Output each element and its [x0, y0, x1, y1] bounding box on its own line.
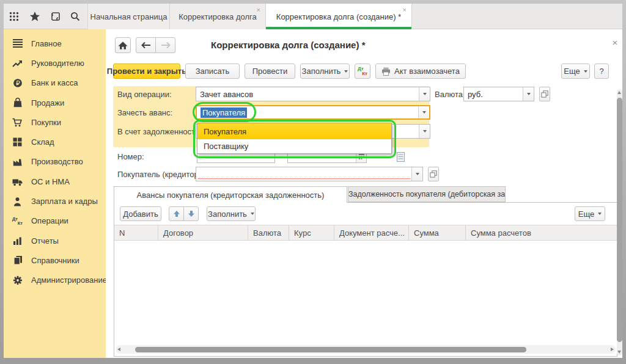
debt-label: В счет задолженности: [117, 124, 202, 139]
scroll-icon [50, 11, 61, 22]
required-field-underline [198, 178, 410, 179]
calendar-icon [359, 154, 364, 159]
horizontal-scrollbar[interactable] [116, 345, 616, 354]
form-close-icon[interactable]: × [609, 37, 620, 48]
sidebar-item-reports[interactable]: Отчеты [4, 231, 106, 250]
column-header-settlement-amount[interactable]: Сумма расчетов [466, 225, 617, 240]
sidebar-item-label: Продажи [31, 98, 64, 107]
dropdown-button[interactable] [411, 167, 422, 181]
column-header-rate[interactable]: Курс [289, 225, 334, 240]
home-button[interactable] [115, 37, 131, 53]
sidebar-item-main[interactable]: Главное [4, 34, 106, 53]
offset-act-button[interactable]: Акт взаимозачета [375, 64, 466, 79]
column-header-contract[interactable]: Договор [158, 225, 248, 240]
sidebar-item-label: Покупки [31, 118, 61, 127]
sidebar-item-label: Производство [31, 157, 83, 166]
home-icon [117, 41, 128, 50]
dtkt-postings-button[interactable]: Дт Кт [355, 64, 370, 79]
scroll-left-icon[interactable] [117, 348, 120, 351]
currency-select[interactable]: руб. [463, 87, 534, 101]
dropdown-button[interactable] [419, 125, 430, 138]
chevron-down-icon [527, 93, 531, 95]
tab-debt-adjustment[interactable]: Корректировка долга × [170, 4, 266, 29]
history-icon[interactable] [49, 10, 62, 23]
vertical-scrollbar-thumb[interactable] [617, 98, 622, 342]
advance-label: Зачесть аванс: [117, 105, 172, 120]
chevron-down-icon [423, 93, 427, 95]
sidebar-item-manager[interactable]: Руководителю [4, 53, 106, 73]
move-up-button[interactable] [169, 206, 184, 221]
add-row-button[interactable]: Добавить [120, 206, 161, 221]
dropdown-button[interactable] [523, 87, 534, 101]
fill-button[interactable]: Заполнить [300, 64, 350, 79]
search-icon[interactable] [68, 10, 82, 23]
tab-close-icon[interactable]: × [257, 7, 260, 13]
sidebar-item-payroll-hr[interactable]: Зарплата и кадры [4, 191, 106, 211]
person-icon [12, 196, 23, 206]
chevron-down-icon [251, 213, 254, 215]
sidebar-item-purchases[interactable]: Покупки [4, 112, 106, 132]
horizontal-scrollbar-thumb[interactable] [135, 347, 526, 352]
column-header-currency[interactable]: Валюта [248, 225, 289, 240]
help-button[interactable]: ? [594, 64, 609, 79]
menu-icon [12, 38, 23, 49]
tab-buyer-debt[interactable]: Задолженность покупателя (дебиторская за… [348, 186, 506, 202]
vertical-scrollbar[interactable] [617, 89, 622, 355]
buyer-creditor-label: Покупатель (кредитор): [117, 167, 204, 181]
open-link-icon [541, 90, 548, 98]
sidebar-item-operations[interactable]: ДтКт Операции [4, 211, 106, 231]
sidebar-item-sales[interactable]: Продажи [4, 93, 106, 112]
currency-open-button[interactable] [539, 87, 550, 101]
sidebar-item-label: Склад [31, 137, 54, 147]
table-fill-button[interactable]: Заполнить [207, 206, 256, 221]
tab-home[interactable]: Начальная страница [87, 4, 170, 29]
sidebar-item-administration[interactable]: Администрирование [4, 271, 106, 290]
advance-select[interactable]: Покупателя [196, 105, 430, 120]
dropdown-item-supplier[interactable]: Поставщику [197, 139, 391, 153]
column-header-n[interactable]: N [114, 225, 158, 240]
favorites-star-icon[interactable] [28, 10, 42, 23]
sidebar-item-production[interactable]: Производство [4, 152, 106, 172]
chevron-down-icon [598, 213, 602, 215]
star-icon [29, 10, 41, 23]
sidebar-item-catalogs[interactable]: Справочники [4, 250, 106, 270]
scroll-down-icon[interactable] [617, 351, 621, 354]
operation-kind-select[interactable]: Зачет авансов [196, 87, 430, 101]
dropdown-button[interactable] [419, 87, 430, 101]
grid-dots-icon [9, 11, 20, 22]
arrow-left-icon [141, 42, 151, 49]
move-down-button[interactable] [183, 206, 199, 221]
sidebar-item-label: Руководителю [31, 59, 84, 68]
dropdown-button[interactable] [418, 106, 429, 118]
buyer-open-button[interactable] [428, 167, 439, 181]
sidebar-item-fixed-assets[interactable]: ОС и НМА [4, 172, 106, 191]
bar-chart-icon [12, 236, 23, 246]
dropdown-item-buyer[interactable]: Покупателя [197, 123, 391, 139]
scroll-right-icon[interactable] [611, 348, 614, 351]
column-header-amount[interactable]: Сумма [409, 225, 466, 240]
save-button[interactable]: Записать [185, 64, 240, 79]
back-button[interactable] [136, 37, 156, 53]
sidebar-item-warehouse[interactable]: Склад [4, 132, 106, 151]
trend-icon [12, 58, 23, 68]
tab-close-icon[interactable]: × [403, 7, 407, 13]
shopping-cart-icon [12, 117, 23, 128]
sidebar-item-bank-cash[interactable]: Банк и касса [4, 73, 106, 93]
form-more-button[interactable]: Еще [561, 64, 590, 79]
column-header-settlement-doc[interactable]: Документ расче... [334, 225, 409, 240]
tab-debt-adjustment-new[interactable]: Корректировка долга (создание) * × [266, 4, 412, 29]
forward-button[interactable] [155, 37, 175, 53]
arrow-right-icon [161, 42, 171, 49]
main-menu-icon[interactable] [7, 10, 21, 23]
table-more-button[interactable]: Еще [575, 206, 605, 221]
page-title: Корректировка долга (создание) * [211, 40, 365, 50]
post-and-close-button[interactable]: Провести и закрыть [113, 64, 180, 79]
shopping-bag-icon [12, 98, 23, 108]
scroll-up-icon[interactable] [617, 91, 621, 94]
tab-buyer-advances[interactable]: Авансы покупателя (кредиторская задолжен… [114, 186, 347, 203]
buyer-creditor-select[interactable] [196, 167, 423, 181]
post-button[interactable]: Провести [245, 64, 295, 79]
screenshot-frame: Начальная страница Корректировка долга ×… [0, 0, 626, 364]
selected-text: Покупателя [201, 107, 247, 118]
tab-label: Корректировка долга (создание) * [276, 12, 401, 21]
